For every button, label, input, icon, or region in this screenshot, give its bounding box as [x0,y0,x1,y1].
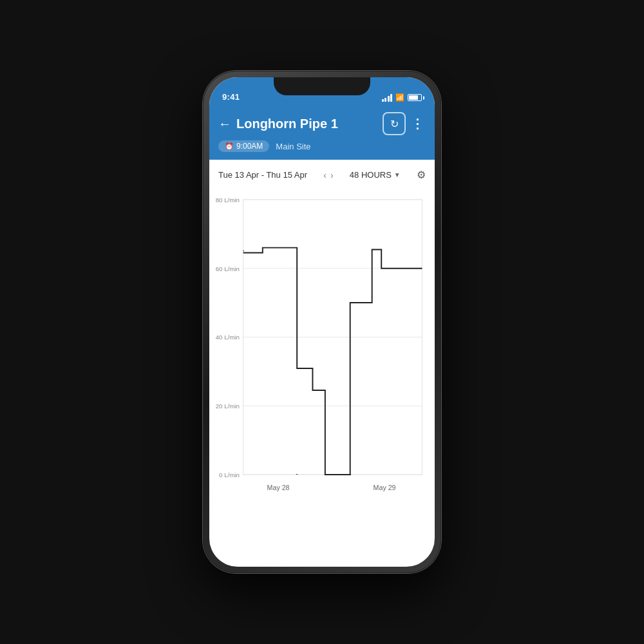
phone-screen: 9:41 📶 ← Longhorn Pipe 1 ↻ [209,77,435,567]
header-left: ← Longhorn Pipe 1 [218,117,338,131]
signal-icon [382,94,393,102]
chevron-down-icon: ▼ [394,171,401,178]
svg-text:May 28: May 28 [267,484,290,491]
hours-label: 48 HOURS [350,170,392,180]
prev-arrow[interactable]: ‹ [323,170,327,180]
refresh-icon: ↻ [390,118,399,130]
date-range: Tue 13 Apr - Thu 15 Apr [218,170,307,180]
svg-text:40 L/min: 40 L/min [216,334,240,341]
settings-button[interactable]: ⚙ [417,169,426,181]
status-time: 9:41 [222,92,240,102]
app-header: ← Longhorn Pipe 1 ↻ ⋮ ⏰ 9:00AM Main Site [209,106,435,160]
time-badge: ⏰ 9:00AM [218,140,269,152]
svg-text:20 L/min: 20 L/min [216,402,240,410]
svg-text:0 L/min: 0 L/min [219,471,240,478]
back-button[interactable]: ← [218,117,231,130]
phone-frame: 9:41 📶 ← Longhorn Pipe 1 ↻ [203,71,441,573]
header-top: ← Longhorn Pipe 1 ↻ ⋮ [218,112,426,135]
wifi-icon: 📶 [395,93,404,102]
clock-icon: ⏰ [225,142,234,151]
svg-text:60 L/min: 60 L/min [216,265,240,272]
site-label: Main Site [276,142,310,151]
hours-selector[interactable]: 48 HOURS ▼ [350,170,401,180]
next-arrow[interactable]: › [330,170,334,180]
refresh-button[interactable]: ↻ [383,112,406,135]
svg-text:May 29: May 29 [374,484,396,491]
nav-arrows: ‹ › [323,170,333,180]
status-icons: 📶 [382,93,422,102]
flow-chart: 80 L/min 60 L/min 40 L/min 20 L/min 0 L/… [216,189,428,504]
svg-text:80 L/min: 80 L/min [216,196,240,204]
time-value: 9:00AM [236,142,263,151]
header-subtitle: ⏰ 9:00AM Main Site [218,140,426,152]
chart-controls: Tue 13 Apr - Thu 15 Apr ‹ › 48 HOURS ▼ ⚙ [216,169,428,181]
more-button[interactable]: ⋮ [410,113,426,134]
header-actions: ↻ ⋮ [383,112,426,135]
chart-area: 80 L/min 60 L/min 40 L/min 20 L/min 0 L/… [216,189,428,504]
battery-icon [408,94,422,101]
notch [274,77,370,95]
chart-container: Tue 13 Apr - Thu 15 Apr ‹ › 48 HOURS ▼ ⚙ [209,160,435,504]
page-title: Longhorn Pipe 1 [236,117,338,131]
